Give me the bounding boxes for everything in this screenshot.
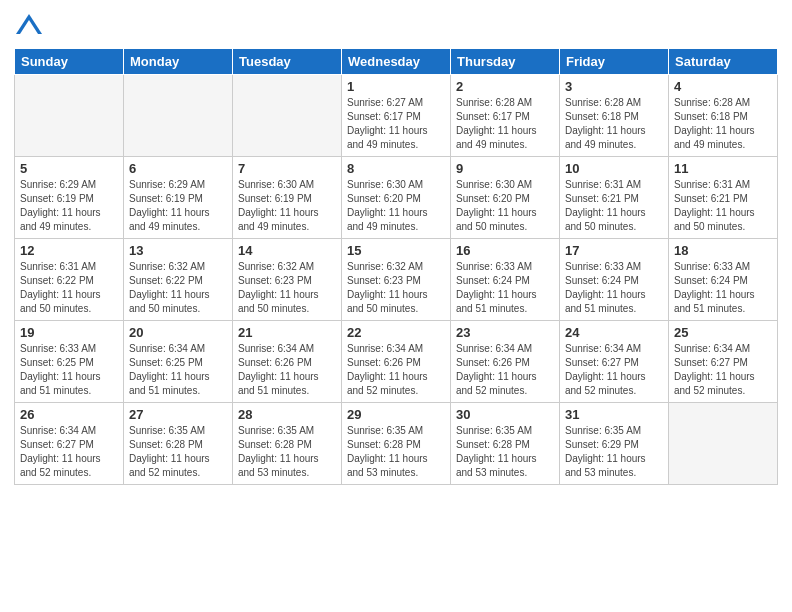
calendar-week-3: 12Sunrise: 6:31 AM Sunset: 6:22 PM Dayli… — [15, 239, 778, 321]
day-info: Sunrise: 6:29 AM Sunset: 6:19 PM Dayligh… — [129, 178, 227, 234]
day-number: 2 — [456, 79, 554, 94]
page: SundayMondayTuesdayWednesdayThursdayFrid… — [0, 0, 792, 612]
day-info: Sunrise: 6:33 AM Sunset: 6:25 PM Dayligh… — [20, 342, 118, 398]
day-info: Sunrise: 6:34 AM Sunset: 6:26 PM Dayligh… — [456, 342, 554, 398]
day-info: Sunrise: 6:34 AM Sunset: 6:26 PM Dayligh… — [238, 342, 336, 398]
calendar-cell: 14Sunrise: 6:32 AM Sunset: 6:23 PM Dayli… — [233, 239, 342, 321]
calendar-week-4: 19Sunrise: 6:33 AM Sunset: 6:25 PM Dayli… — [15, 321, 778, 403]
day-info: Sunrise: 6:30 AM Sunset: 6:20 PM Dayligh… — [347, 178, 445, 234]
day-number: 7 — [238, 161, 336, 176]
day-info: Sunrise: 6:32 AM Sunset: 6:23 PM Dayligh… — [238, 260, 336, 316]
day-info: Sunrise: 6:28 AM Sunset: 6:17 PM Dayligh… — [456, 96, 554, 152]
calendar-cell: 26Sunrise: 6:34 AM Sunset: 6:27 PM Dayli… — [15, 403, 124, 485]
calendar-cell: 29Sunrise: 6:35 AM Sunset: 6:28 PM Dayli… — [342, 403, 451, 485]
calendar-cell: 9Sunrise: 6:30 AM Sunset: 6:20 PM Daylig… — [451, 157, 560, 239]
calendar-cell: 24Sunrise: 6:34 AM Sunset: 6:27 PM Dayli… — [560, 321, 669, 403]
calendar-cell: 8Sunrise: 6:30 AM Sunset: 6:20 PM Daylig… — [342, 157, 451, 239]
day-number: 12 — [20, 243, 118, 258]
day-number: 8 — [347, 161, 445, 176]
weekday-header-sunday: Sunday — [15, 49, 124, 75]
day-number: 9 — [456, 161, 554, 176]
day-info: Sunrise: 6:33 AM Sunset: 6:24 PM Dayligh… — [456, 260, 554, 316]
calendar-cell: 15Sunrise: 6:32 AM Sunset: 6:23 PM Dayli… — [342, 239, 451, 321]
day-number: 29 — [347, 407, 445, 422]
calendar-cell — [233, 75, 342, 157]
day-info: Sunrise: 6:33 AM Sunset: 6:24 PM Dayligh… — [674, 260, 772, 316]
calendar-cell: 27Sunrise: 6:35 AM Sunset: 6:28 PM Dayli… — [124, 403, 233, 485]
day-info: Sunrise: 6:32 AM Sunset: 6:22 PM Dayligh… — [129, 260, 227, 316]
day-info: Sunrise: 6:35 AM Sunset: 6:28 PM Dayligh… — [129, 424, 227, 480]
day-info: Sunrise: 6:35 AM Sunset: 6:28 PM Dayligh… — [238, 424, 336, 480]
day-number: 1 — [347, 79, 445, 94]
day-info: Sunrise: 6:34 AM Sunset: 6:26 PM Dayligh… — [347, 342, 445, 398]
day-info: Sunrise: 6:34 AM Sunset: 6:27 PM Dayligh… — [674, 342, 772, 398]
weekday-header-monday: Monday — [124, 49, 233, 75]
calendar-cell: 16Sunrise: 6:33 AM Sunset: 6:24 PM Dayli… — [451, 239, 560, 321]
calendar-cell: 22Sunrise: 6:34 AM Sunset: 6:26 PM Dayli… — [342, 321, 451, 403]
calendar-table: SundayMondayTuesdayWednesdayThursdayFrid… — [14, 48, 778, 485]
calendar-header-row: SundayMondayTuesdayWednesdayThursdayFrid… — [15, 49, 778, 75]
calendar-cell: 20Sunrise: 6:34 AM Sunset: 6:25 PM Dayli… — [124, 321, 233, 403]
calendar-week-1: 1Sunrise: 6:27 AM Sunset: 6:17 PM Daylig… — [15, 75, 778, 157]
day-info: Sunrise: 6:28 AM Sunset: 6:18 PM Dayligh… — [674, 96, 772, 152]
day-number: 27 — [129, 407, 227, 422]
calendar-cell: 3Sunrise: 6:28 AM Sunset: 6:18 PM Daylig… — [560, 75, 669, 157]
calendar-week-2: 5Sunrise: 6:29 AM Sunset: 6:19 PM Daylig… — [15, 157, 778, 239]
calendar-cell — [124, 75, 233, 157]
day-info: Sunrise: 6:31 AM Sunset: 6:21 PM Dayligh… — [565, 178, 663, 234]
calendar-cell: 30Sunrise: 6:35 AM Sunset: 6:28 PM Dayli… — [451, 403, 560, 485]
day-number: 28 — [238, 407, 336, 422]
calendar-cell: 31Sunrise: 6:35 AM Sunset: 6:29 PM Dayli… — [560, 403, 669, 485]
calendar-cell: 25Sunrise: 6:34 AM Sunset: 6:27 PM Dayli… — [669, 321, 778, 403]
day-number: 13 — [129, 243, 227, 258]
header — [14, 10, 778, 40]
day-number: 4 — [674, 79, 772, 94]
logo-icon — [14, 10, 44, 40]
weekday-header-tuesday: Tuesday — [233, 49, 342, 75]
calendar-cell: 17Sunrise: 6:33 AM Sunset: 6:24 PM Dayli… — [560, 239, 669, 321]
weekday-header-wednesday: Wednesday — [342, 49, 451, 75]
day-number: 24 — [565, 325, 663, 340]
day-number: 15 — [347, 243, 445, 258]
day-info: Sunrise: 6:34 AM Sunset: 6:27 PM Dayligh… — [565, 342, 663, 398]
calendar-cell: 5Sunrise: 6:29 AM Sunset: 6:19 PM Daylig… — [15, 157, 124, 239]
day-info: Sunrise: 6:28 AM Sunset: 6:18 PM Dayligh… — [565, 96, 663, 152]
day-info: Sunrise: 6:30 AM Sunset: 6:20 PM Dayligh… — [456, 178, 554, 234]
day-number: 26 — [20, 407, 118, 422]
calendar-cell: 23Sunrise: 6:34 AM Sunset: 6:26 PM Dayli… — [451, 321, 560, 403]
day-number: 19 — [20, 325, 118, 340]
calendar-cell: 19Sunrise: 6:33 AM Sunset: 6:25 PM Dayli… — [15, 321, 124, 403]
day-info: Sunrise: 6:35 AM Sunset: 6:29 PM Dayligh… — [565, 424, 663, 480]
calendar-cell: 12Sunrise: 6:31 AM Sunset: 6:22 PM Dayli… — [15, 239, 124, 321]
day-number: 20 — [129, 325, 227, 340]
weekday-header-thursday: Thursday — [451, 49, 560, 75]
day-number: 6 — [129, 161, 227, 176]
weekday-header-friday: Friday — [560, 49, 669, 75]
logo — [14, 10, 48, 40]
day-info: Sunrise: 6:31 AM Sunset: 6:22 PM Dayligh… — [20, 260, 118, 316]
day-number: 10 — [565, 161, 663, 176]
day-info: Sunrise: 6:31 AM Sunset: 6:21 PM Dayligh… — [674, 178, 772, 234]
calendar-cell: 10Sunrise: 6:31 AM Sunset: 6:21 PM Dayli… — [560, 157, 669, 239]
calendar-cell: 1Sunrise: 6:27 AM Sunset: 6:17 PM Daylig… — [342, 75, 451, 157]
day-number: 31 — [565, 407, 663, 422]
day-number: 5 — [20, 161, 118, 176]
day-number: 23 — [456, 325, 554, 340]
day-number: 30 — [456, 407, 554, 422]
day-info: Sunrise: 6:32 AM Sunset: 6:23 PM Dayligh… — [347, 260, 445, 316]
day-info: Sunrise: 6:34 AM Sunset: 6:27 PM Dayligh… — [20, 424, 118, 480]
day-number: 16 — [456, 243, 554, 258]
day-number: 3 — [565, 79, 663, 94]
day-info: Sunrise: 6:35 AM Sunset: 6:28 PM Dayligh… — [456, 424, 554, 480]
calendar-cell: 11Sunrise: 6:31 AM Sunset: 6:21 PM Dayli… — [669, 157, 778, 239]
weekday-header-saturday: Saturday — [669, 49, 778, 75]
day-info: Sunrise: 6:27 AM Sunset: 6:17 PM Dayligh… — [347, 96, 445, 152]
calendar-cell: 6Sunrise: 6:29 AM Sunset: 6:19 PM Daylig… — [124, 157, 233, 239]
day-number: 18 — [674, 243, 772, 258]
day-info: Sunrise: 6:29 AM Sunset: 6:19 PM Dayligh… — [20, 178, 118, 234]
day-number: 17 — [565, 243, 663, 258]
day-number: 14 — [238, 243, 336, 258]
calendar-cell: 7Sunrise: 6:30 AM Sunset: 6:19 PM Daylig… — [233, 157, 342, 239]
day-info: Sunrise: 6:34 AM Sunset: 6:25 PM Dayligh… — [129, 342, 227, 398]
day-number: 11 — [674, 161, 772, 176]
